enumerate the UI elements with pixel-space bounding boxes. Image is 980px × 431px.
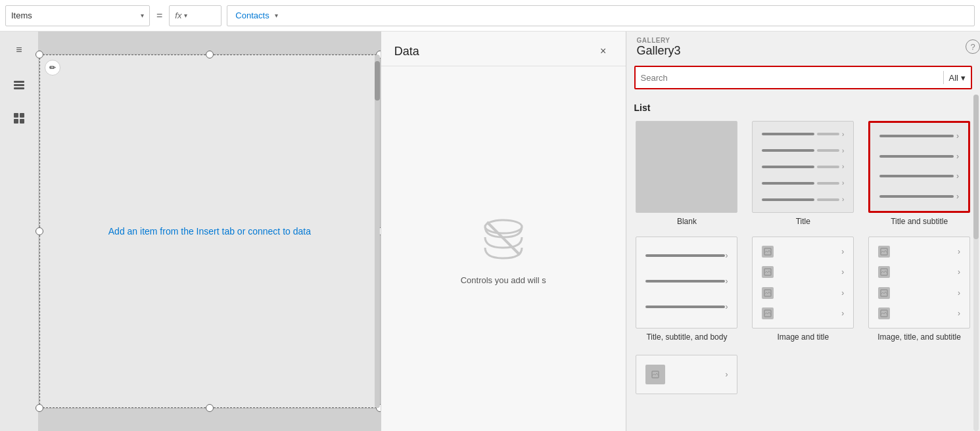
handle-top-center[interactable] <box>206 51 214 58</box>
items-dropdown-label: Items <box>11 11 135 20</box>
gallery-item-label-blank: Blank <box>677 217 697 226</box>
gallery-item-label-image-title: Image and title <box>777 332 829 342</box>
thumb-arrow: › <box>842 131 844 138</box>
gallery-section-title: List <box>634 102 972 113</box>
all-dropdown-arrow: ▾ <box>961 73 966 83</box>
gallery-item-image-title-subtitle[interactable]: › › <box>866 237 972 342</box>
gallery-item-title-subtitle[interactable]: › › <box>866 121 972 226</box>
gallery-item-label-title-subtitle: Title and subtitle <box>891 217 948 226</box>
handle-bottom-center[interactable] <box>206 404 214 412</box>
data-panel-title: Data <box>394 45 419 58</box>
canvas-scrollbar[interactable] <box>375 55 380 408</box>
gallery-grid-area: List Blank › <box>626 95 980 431</box>
data-panel-content: Controls you add will s <box>381 66 626 431</box>
all-dropdown-label: All <box>949 73 958 83</box>
connecting-text: Controls you add will s <box>461 275 546 285</box>
formula-bar-right-arrow: ▾ <box>275 12 278 19</box>
gallery-thumb-image-title[interactable]: › › <box>752 237 854 329</box>
search-input[interactable] <box>641 73 938 83</box>
gallery-thumb-title-subtitle[interactable]: › › <box>868 121 970 213</box>
gallery-name: Gallery3 <box>637 44 681 58</box>
svg-rect-0 <box>14 81 24 83</box>
main-container: ≡ <box>0 32 980 431</box>
thumb-arrow: › <box>842 163 844 170</box>
sidebar-icon-layers[interactable] <box>9 74 30 95</box>
gallery-item-image-title[interactable]: › › <box>750 237 856 342</box>
canvas-inner[interactable]: ✏ Add an item from the Insert tab or con… <box>39 54 381 409</box>
database-icon <box>477 212 530 265</box>
handle-middle-left[interactable] <box>35 227 43 235</box>
gallery-grid: Blank › › <box>634 121 972 342</box>
top-bar: Items ▾ = fx ▾ Contacts ▾ <box>0 0 980 32</box>
edit-icon[interactable]: ✏ <box>45 60 60 76</box>
gallery-label: GALLERY <box>637 37 681 44</box>
close-button[interactable]: × <box>594 42 613 60</box>
sidebar-icon-menu[interactable]: ≡ <box>9 39 30 60</box>
gallery-thumb-bottom[interactable]: › <box>636 355 737 394</box>
data-panel: Data × Controls you add will s <box>381 32 626 431</box>
gallery-thumb-title[interactable]: › › › <box>752 121 854 213</box>
thumb-arrow: › <box>842 179 844 187</box>
search-divider <box>943 71 944 84</box>
gallery-item-label-tsb: Title, subtitle, and body <box>646 332 727 342</box>
canvas-area: ✏ Add an item from the Insert tab or con… <box>39 32 381 431</box>
fx-icon: fx <box>175 11 181 20</box>
gallery-item-title-subtitle-body[interactable]: › › <box>634 237 740 342</box>
svg-rect-5 <box>14 119 18 124</box>
handle-bottom-left[interactable] <box>35 404 43 412</box>
svg-rect-3 <box>14 113 18 118</box>
help-icon[interactable]: ? <box>966 39 980 54</box>
items-dropdown-arrow: ▾ <box>141 12 144 19</box>
svg-rect-4 <box>20 113 24 118</box>
fx-bar[interactable]: fx ▾ <box>169 5 222 26</box>
gallery-item-title[interactable]: › › › <box>750 121 856 226</box>
all-dropdown[interactable]: All ▾ <box>949 73 966 83</box>
handle-top-left[interactable] <box>35 51 43 58</box>
data-panel-header: Data × <box>381 32 626 66</box>
left-sidebar: ≡ <box>0 32 39 431</box>
gallery-scrollbar[interactable] <box>973 95 979 431</box>
gallery-thumb-title-subtitle-body[interactable]: › › <box>636 237 737 329</box>
gallery-thumb-blank[interactable] <box>636 121 737 213</box>
sidebar-icon-components[interactable] <box>9 108 30 129</box>
gallery-thumb-image-title-subtitle[interactable]: › › <box>868 237 970 329</box>
gallery-panel: GALLERY Gallery3 ? All ▾ List Blank <box>626 32 980 431</box>
items-dropdown[interactable]: Items ▾ <box>5 5 150 26</box>
svg-line-8 <box>487 222 520 255</box>
canvas-scrollbar-thumb <box>375 61 380 101</box>
svg-rect-2 <box>14 87 24 89</box>
gallery-item-blank[interactable]: Blank <box>634 121 740 226</box>
svg-rect-6 <box>20 119 24 124</box>
gallery-scrollbar-thumb[interactable] <box>973 95 979 239</box>
canvas-placeholder-text: Add an item from the Insert tab or conne… <box>108 226 311 237</box>
thumb-arrow: › <box>842 147 844 154</box>
thumb-arrow: › <box>842 196 844 203</box>
gallery-item-label-image-title-subtitle: Image, title, and subtitle <box>877 332 961 342</box>
gallery-item-bottom[interactable]: › <box>634 355 740 394</box>
search-bar: All ▾ <box>634 66 972 89</box>
gallery-grid-second: › <box>634 355 972 394</box>
svg-rect-1 <box>14 84 24 86</box>
formula-bar[interactable]: Contacts ▾ <box>227 5 975 26</box>
gallery-item-label-title: Title <box>796 217 810 226</box>
formula-value: Contacts <box>235 11 269 20</box>
fx-arrow: ▾ <box>184 12 187 19</box>
equals-sign: = <box>152 10 166 22</box>
